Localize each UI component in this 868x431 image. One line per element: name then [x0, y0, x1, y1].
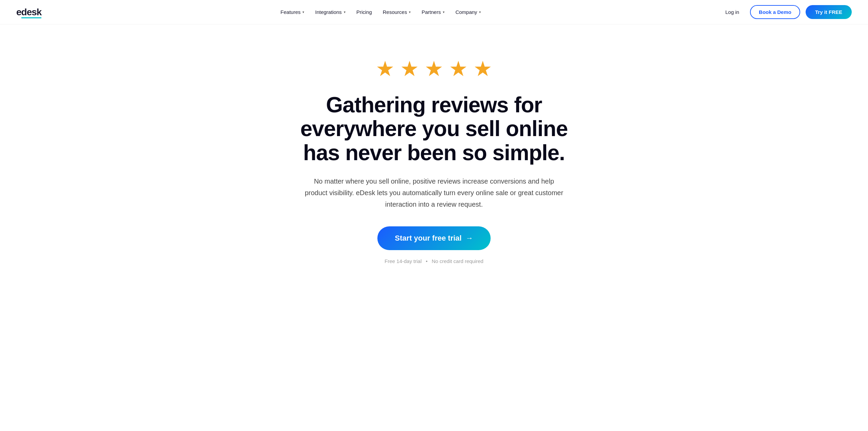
star-1: ★ [376, 58, 395, 79]
hero-headline: Gathering reviews for everywhere you sel… [281, 93, 587, 165]
nav-link-company[interactable]: Company ▾ [451, 6, 485, 18]
hero-section: ★ ★ ★ ★ ★ Gathering reviews for everywhe… [231, 24, 637, 291]
nav-link-resources[interactable]: Resources ▾ [379, 6, 415, 18]
nav-item-pricing[interactable]: Pricing [352, 6, 376, 18]
star-4: ★ [449, 58, 468, 79]
nav-item-features[interactable]: Features ▾ [276, 6, 308, 18]
start-trial-button[interactable]: Start your free trial → [377, 226, 491, 250]
nav-item-resources[interactable]: Resources ▾ [379, 6, 415, 18]
chevron-down-icon: ▾ [409, 10, 411, 14]
trial-note-part2: No credit card required [432, 258, 484, 264]
hero-subtext: No matter where you sell online, positiv… [302, 175, 566, 210]
star-5: ★ [473, 58, 492, 79]
nav-link-features[interactable]: Features ▾ [276, 6, 308, 18]
try-free-button[interactable]: Try it FREE [806, 5, 852, 19]
logo[interactable]: edesk [16, 7, 41, 18]
nav-item-partners[interactable]: Partners ▾ [417, 6, 449, 18]
nav-link-partners[interactable]: Partners ▾ [417, 6, 449, 18]
nav-actions: Log in Book a Demo Try it FREE [720, 5, 852, 19]
star-2: ★ [400, 58, 419, 79]
nav-link-pricing[interactable]: Pricing [352, 6, 376, 18]
nav-label-features: Features [280, 9, 300, 15]
trial-note-separator: • [426, 258, 428, 264]
nav-links: Features ▾ Integrations ▾ Pricing Resour… [276, 6, 485, 18]
chevron-down-icon: ▾ [302, 10, 304, 14]
chevron-down-icon: ▾ [443, 10, 445, 14]
nav-label-resources: Resources [383, 9, 407, 15]
arrow-icon: → [466, 234, 473, 243]
nav-label-company: Company [455, 9, 477, 15]
logo-text: edesk [16, 7, 41, 18]
nav-item-integrations[interactable]: Integrations ▾ [311, 6, 349, 18]
stars-row: ★ ★ ★ ★ ★ [376, 58, 492, 79]
trial-note: Free 14-day trial • No credit card requi… [384, 258, 483, 264]
book-demo-button[interactable]: Book a Demo [750, 5, 800, 19]
trial-note-part1: Free 14-day trial [384, 258, 421, 264]
cta-label: Start your free trial [395, 234, 462, 243]
nav-label-pricing: Pricing [356, 9, 372, 15]
star-3: ★ [425, 58, 443, 79]
nav-label-partners: Partners [421, 9, 441, 15]
nav-item-company[interactable]: Company ▾ [451, 6, 485, 18]
nav-label-integrations: Integrations [315, 9, 341, 15]
navbar: edesk Features ▾ Integrations ▾ Pricing … [0, 0, 868, 24]
chevron-down-icon: ▾ [479, 10, 481, 14]
nav-link-integrations[interactable]: Integrations ▾ [311, 6, 349, 18]
login-button[interactable]: Log in [720, 6, 745, 18]
chevron-down-icon: ▾ [344, 10, 346, 14]
